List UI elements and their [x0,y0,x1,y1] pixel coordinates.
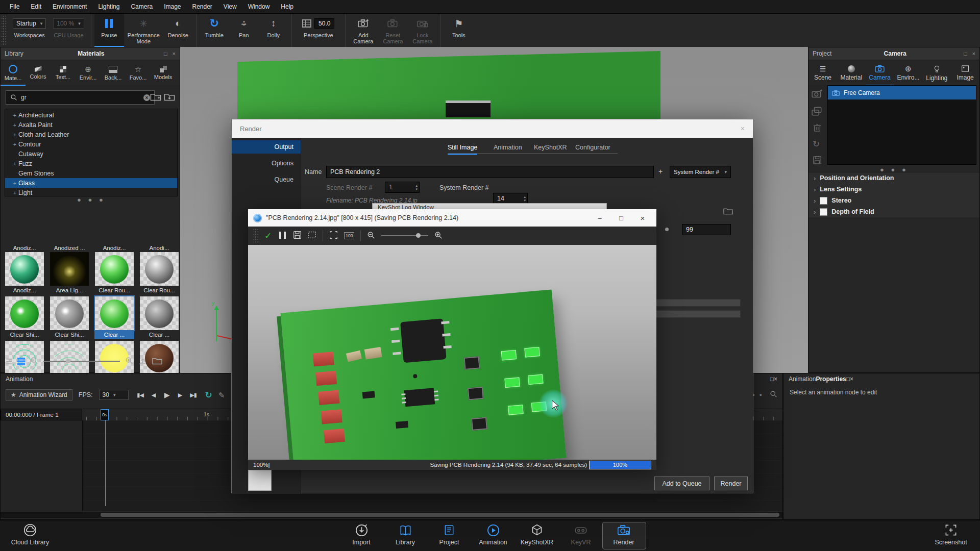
tab-materials[interactable]: Mate... [1,60,26,86]
tab-colors[interactable]: Colors [26,60,51,86]
menu-view[interactable]: View [218,3,242,10]
close-icon[interactable]: × [741,124,745,133]
render-name-input[interactable]: PCB Rendering 2 [326,166,654,178]
tree-item-axalta-paint[interactable]: +Axalta Paint [5,120,177,130]
tree-item-cutaway[interactable]: Cutaway [5,149,177,159]
tab-scene[interactable]: ☰Scene [808,60,837,86]
perspective-control[interactable]: 50.0 Perspective [295,14,342,47]
sidebar-item-queue[interactable]: Queue [232,173,301,186]
tree-item-architectural[interactable]: +Architectural [5,110,177,120]
add-to-queue-button[interactable]: Add to Queue [654,477,709,490]
move-up-icon[interactable] [138,357,147,366]
tab-environment[interactable]: ⊕Enviro... [894,60,922,86]
clear-search-icon[interactable]: × [143,94,150,101]
close-panel-icon[interactable]: × [774,375,777,383]
scene-render-spinner[interactable]: 1▴▾ [385,182,420,193]
tree-item-contour[interactable]: +Contour [5,139,177,149]
dock-keyvr[interactable]: KeyVR [559,523,603,546]
dock-cloud-library[interactable]: Cloud Library [7,523,53,546]
tab-textures[interactable]: Text... [51,60,76,86]
thumbnail-size-slider[interactable] [43,361,120,362]
sidebar-item-output[interactable]: Output [232,140,301,154]
close-panel-icon[interactable]: × [850,375,853,383]
fps-select[interactable]: 30▾ [99,390,129,400]
float-panel-icon[interactable]: □ [770,375,774,383]
tree-item-gem-stones[interactable]: Gem Stones [5,168,177,178]
step-forward-button[interactable]: ▶ [175,390,186,400]
scrollbar-thumb[interactable] [101,513,779,517]
zoom-slider[interactable] [381,235,428,236]
zoom-in-icon[interactable] [434,231,443,241]
performance-mode-button[interactable]: ✳ Performance Mode [124,14,163,47]
tab-models[interactable]: Models [151,60,176,86]
zoom-100-icon[interactable]: 100 [344,232,354,239]
slider-knob[interactable] [665,228,669,231]
max-samples-input[interactable]: 99 [682,224,731,235]
menu-image[interactable]: Image [158,3,186,10]
tab-lighting[interactable]: Lighting [922,60,951,86]
float-panel-icon[interactable]: □ [846,375,850,383]
reset-camera-button[interactable]: Reset Camera [378,14,408,47]
material-item-selected[interactable]: Clear ... [94,296,134,339]
add-camera-icon[interactable] [812,89,823,100]
render-window-titlebar[interactable]: "PCB Rendering 2.14.jpg" [800 x 415] (Sa… [248,209,656,227]
tree-item-cloth-and-leather[interactable]: +Cloth and Leather [5,130,177,139]
close-icon[interactable]: × [634,214,651,222]
section-stereo[interactable]: ›Stereo [808,195,979,206]
section-lens-settings[interactable]: ›Lens Settings [808,184,979,195]
menu-render[interactable]: Render [187,3,218,10]
add-token-button[interactable]: + [658,167,663,176]
playhead-handle[interactable]: 0s [101,409,109,420]
menu-file[interactable]: File [4,3,25,10]
save-icon[interactable] [813,156,822,166]
float-panel-icon[interactable]: □ [164,51,167,57]
material-item[interactable]: Clear ... [139,296,179,339]
folder-add-icon[interactable] [150,92,161,103]
toolbar-drag-handle[interactable] [253,229,258,242]
tools-button[interactable]: ⚑ Tools [444,14,474,47]
render-button[interactable]: Render [714,477,748,490]
browse-folder-icon[interactable] [723,207,733,216]
filter-pen-icon[interactable]: ✎ [218,391,225,399]
duplicate-camera-icon[interactable] [812,107,823,117]
tab-backplates[interactable]: Back... [101,60,126,86]
fit-view-icon[interactable] [329,231,338,241]
maximize-icon[interactable]: □ [612,214,630,222]
zoom-in-icon[interactable] [125,357,133,366]
close-panel-icon[interactable]: × [173,51,176,57]
list-view-icon[interactable]: ☰ [6,358,12,365]
toolbar-drag-handle[interactable] [1,16,6,45]
tree-item-light[interactable]: +Light [5,188,177,196]
tab-camera[interactable]: Camera [866,60,894,86]
accept-check-icon[interactable]: ✓ [264,231,272,241]
dock-screenshot[interactable]: Screenshot [929,523,973,546]
camera-item-free-camera[interactable]: Free Camera [828,86,976,99]
tab-configurator[interactable]: Configurator [575,142,610,154]
tab-environments[interactable]: ⊕Envir... [76,60,101,86]
workspaces-control[interactable]: Startup▾ Workspaces [9,14,50,47]
menu-help[interactable]: Help [275,3,299,10]
section-depth-of-field[interactable]: ›Depth of Field [808,206,979,217]
skip-end-button[interactable]: ▶▮ [188,390,199,400]
system-render-spinner[interactable]: 14▴▾ [493,193,528,204]
dock-library[interactable]: Library [383,523,427,546]
denoise-button[interactable]: ◐ Denoise [163,14,193,47]
folder-icon[interactable] [152,357,162,366]
tab-material[interactable]: Material [837,60,866,86]
menu-environment[interactable]: Environment [47,3,92,10]
material-item[interactable]: Clear Shi... [5,296,44,339]
zoom-out-icon[interactable] [30,357,38,366]
dock-animation[interactable]: Animation [471,523,515,546]
pause-render-icon[interactable] [278,232,287,240]
render-dialog-titlebar[interactable]: Render × [232,119,753,138]
tree-item-fuzz[interactable]: +Fuzz [5,159,177,168]
menu-edit[interactable]: Edit [25,3,47,10]
stereo-checkbox[interactable] [820,197,827,205]
zoom-out-icon[interactable] [367,231,375,241]
loop-icon[interactable]: ↻ [205,391,212,399]
tab-animation[interactable]: Animation [494,142,522,154]
dock-import[interactable]: Import [339,523,383,546]
add-camera-button[interactable]: Add Camera [349,14,378,47]
search-input[interactable]: gr × [6,90,155,105]
material-item[interactable]: Area Lig... [50,252,89,294]
